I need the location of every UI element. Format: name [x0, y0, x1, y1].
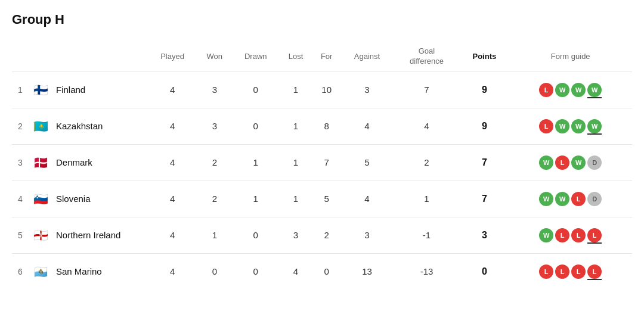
rank-cell: 5 — [12, 217, 29, 253]
form-guide-header: Form guide — [509, 42, 632, 71]
table-row: 1🇫🇮Finland430110379LWWW — [12, 71, 632, 108]
form-badge-w: W — [587, 119, 602, 133]
form-badge-l: L — [571, 192, 586, 206]
team-name: Kazakhstan — [56, 121, 103, 131]
form-cell: LLLL — [509, 253, 632, 290]
goal_difference-cell: 7 — [394, 71, 460, 108]
form-badge-w: W — [539, 192, 553, 206]
table-row: 4🇸🇮Slovenia42115417WWLD — [12, 181, 632, 217]
won-cell: 3 — [197, 108, 232, 144]
points-cell: 0 — [460, 253, 509, 290]
standings-table: Played Won Drawn Lost For Against Goaldi… — [12, 42, 632, 290]
played-cell: 4 — [148, 253, 197, 290]
form-cell: WWLD — [509, 181, 632, 217]
points-cell: 7 — [460, 181, 509, 217]
goal-diff-header: Goaldifference — [394, 42, 460, 71]
form-badge-w: W — [539, 155, 553, 170]
team-cell: 🇩🇰Denmark — [29, 144, 148, 181]
goal_difference-cell: -13 — [394, 253, 460, 290]
table-row: 2🇰🇿Kazakhstan43018449LWWW — [12, 108, 632, 144]
against-cell: 4 — [340, 181, 393, 217]
team-cell: 🇫🇮Finland — [29, 71, 148, 108]
lost-cell: 1 — [279, 71, 312, 108]
rank-cell: 2 — [12, 108, 29, 144]
for-cell: 0 — [312, 253, 340, 290]
form-badge-l: L — [539, 119, 553, 133]
team-flag: 🏴󠁧󠁢󠁮󠁩󠁲󠁿 — [31, 226, 50, 245]
drawn-cell: 1 — [233, 181, 279, 217]
form-badge-l: L — [539, 83, 553, 97]
rank-cell: 3 — [12, 144, 29, 181]
table-row: 3🇩🇰Denmark42117527WLWD — [12, 144, 632, 181]
drawn-cell: 0 — [233, 253, 279, 290]
won-cell: 0 — [197, 253, 232, 290]
lost-cell: 1 — [279, 108, 312, 144]
table-row: 5🏴󠁧󠁢󠁮󠁩󠁲󠁿Northern Ireland410323-13WLLL — [12, 217, 632, 253]
form-badge-l: L — [587, 265, 602, 279]
form-cell: LWWW — [509, 108, 632, 144]
team-name: Slovenia — [56, 194, 91, 204]
lost-cell: 3 — [279, 217, 312, 253]
form-badge-l: L — [587, 228, 602, 242]
rank-cell: 1 — [12, 71, 29, 108]
form-badge-l: L — [555, 155, 569, 170]
points-header: Points — [460, 42, 509, 71]
goal_difference-cell: -1 — [394, 217, 460, 253]
played-header: Played — [148, 42, 197, 71]
lost-cell: 1 — [279, 181, 312, 217]
drawn-cell: 0 — [233, 108, 279, 144]
form-cell: WLLL — [509, 217, 632, 253]
points-cell: 9 — [460, 108, 509, 144]
team-flag: 🇸🇲 — [31, 262, 50, 281]
team-name: Finland — [56, 85, 85, 95]
against-cell: 3 — [340, 71, 393, 108]
team-flag: 🇫🇮 — [31, 80, 50, 99]
lost-cell: 1 — [279, 144, 312, 181]
played-cell: 4 — [148, 144, 197, 181]
form-badge-l: L — [571, 265, 586, 279]
form-underline — [587, 133, 602, 135]
form-badge-w: W — [555, 83, 569, 97]
form-badge-l: L — [571, 228, 586, 242]
lost-header: Lost — [279, 42, 312, 71]
for-header: For — [312, 42, 340, 71]
team-name: San Marino — [56, 266, 102, 276]
form-badge-w: W — [571, 155, 586, 170]
form-badge-d: D — [587, 192, 602, 206]
team-header — [29, 42, 148, 71]
rank-cell: 6 — [12, 253, 29, 290]
form-underline — [587, 97, 602, 98]
lost-cell: 4 — [279, 253, 312, 290]
points-cell: 7 — [460, 144, 509, 181]
drawn-cell: 1 — [233, 144, 279, 181]
played-cell: 4 — [148, 108, 197, 144]
form-badge-l: L — [555, 265, 569, 279]
form-cell: LWWW — [509, 71, 632, 108]
goal_difference-cell: 2 — [394, 144, 460, 181]
team-cell: 🇸🇲San Marino — [29, 253, 148, 290]
form-badge-w: W — [571, 119, 586, 133]
group-title: Group H — [12, 12, 632, 27]
team-flag: 🇸🇮 — [31, 189, 50, 209]
for-cell: 10 — [312, 71, 340, 108]
form-underline — [587, 242, 602, 244]
rank-header — [12, 42, 29, 71]
form-badge-l: L — [539, 265, 553, 279]
against-cell: 13 — [340, 253, 393, 290]
team-cell: 🇰🇿Kazakhstan — [29, 108, 148, 144]
drawn-cell: 0 — [233, 217, 279, 253]
team-flag: 🇩🇰 — [31, 153, 50, 172]
won-cell: 3 — [197, 71, 232, 108]
form-underline — [587, 279, 602, 280]
team-cell: 🇸🇮Slovenia — [29, 181, 148, 217]
against-cell: 3 — [340, 217, 393, 253]
team-name: Northern Ireland — [56, 230, 120, 240]
played-cell: 4 — [148, 181, 197, 217]
against-cell: 5 — [340, 144, 393, 181]
team-cell: 🏴󠁧󠁢󠁮󠁩󠁲󠁿Northern Ireland — [29, 217, 148, 253]
for-cell: 2 — [312, 217, 340, 253]
form-badge-w: W — [571, 83, 586, 97]
drawn-cell: 0 — [233, 71, 279, 108]
points-cell: 3 — [460, 217, 509, 253]
team-name: Denmark — [56, 157, 92, 167]
